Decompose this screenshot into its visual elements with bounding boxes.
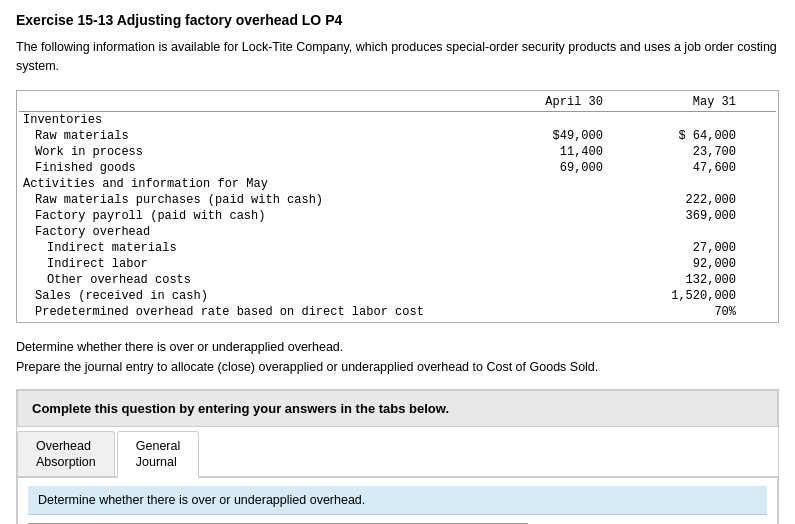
exercise-description: The following information is available f…	[16, 38, 779, 76]
row-april	[519, 288, 643, 304]
row-label: Other overhead costs	[19, 272, 519, 288]
table-row: Factory overhead	[19, 224, 776, 240]
row-may	[643, 176, 776, 192]
table-row: Sales (received in cash) 1,520,000	[19, 288, 776, 304]
row-may: 70%	[643, 304, 776, 320]
section-wrapper: Complete this question by entering your …	[16, 389, 779, 525]
april-header: April 30	[519, 93, 643, 112]
instructions: Determine whether there is over or under…	[16, 337, 779, 377]
may-header: May 31	[643, 93, 776, 112]
tab-label-line1: General	[136, 438, 180, 454]
row-label: Activities and information for May	[19, 176, 519, 192]
tab-overhead-absorption[interactable]: Overhead Absorption	[17, 431, 115, 477]
row-may	[643, 224, 776, 240]
table-row: Activities and information for May	[19, 176, 776, 192]
row-may	[643, 111, 776, 128]
row-april	[519, 224, 643, 240]
table-row: Raw materials $49,000 $ 64,000	[19, 128, 776, 144]
inventory-table: April 30 May 31 Inventories Raw material…	[19, 93, 776, 320]
row-label: Raw materials purchases (paid with cash)	[19, 192, 519, 208]
row-label: Factory overhead	[19, 224, 519, 240]
row-april: 69,000	[519, 160, 643, 176]
row-may: 222,000	[643, 192, 776, 208]
tabs-row: Overhead Absorption General Journal	[17, 427, 778, 479]
row-april	[519, 192, 643, 208]
table-row: Predetermined overhead rate based on dir…	[19, 304, 776, 320]
table-row: Factory payroll (paid with cash) 369,000	[19, 208, 776, 224]
data-table-border: April 30 May 31 Inventories Raw material…	[16, 90, 779, 323]
tab-label-line2: Absorption	[36, 454, 96, 470]
table-row: Other overhead costs 132,000	[19, 272, 776, 288]
row-label: Finished goods	[19, 160, 519, 176]
row-label: Predetermined overhead rate based on dir…	[19, 304, 519, 320]
table-row: Work in process 11,400 23,700	[19, 144, 776, 160]
row-label: Indirect labor	[19, 256, 519, 272]
col-label-header	[19, 93, 519, 112]
tab-label-line2: Journal	[136, 454, 180, 470]
complete-box-text: Complete this question by entering your …	[32, 401, 449, 416]
row-april	[519, 256, 643, 272]
data-table-wrapper: April 30 May 31 Inventories Raw material…	[16, 90, 779, 323]
row-label: Raw materials	[19, 128, 519, 144]
row-may: 92,000	[643, 256, 776, 272]
row-label: Sales (received in cash)	[19, 288, 519, 304]
row-april	[519, 304, 643, 320]
row-label: Work in process	[19, 144, 519, 160]
complete-box: Complete this question by entering your …	[17, 390, 778, 427]
row-may: 47,600	[643, 160, 776, 176]
tab-general-journal[interactable]: General Journal	[117, 431, 199, 479]
row-may: 1,520,000	[643, 288, 776, 304]
row-april	[519, 111, 643, 128]
row-label: Inventories	[19, 111, 519, 128]
row-april: $49,000	[519, 128, 643, 144]
table-row: Inventories	[19, 111, 776, 128]
row-may: $ 64,000	[643, 128, 776, 144]
row-may: 23,700	[643, 144, 776, 160]
page-container: Exercise 15-13 Adjusting factory overhea…	[0, 0, 795, 524]
instruction-line2: Prepare the journal entry to allocate (c…	[16, 357, 779, 377]
table-row: Indirect materials 27,000	[19, 240, 776, 256]
exercise-title: Exercise 15-13 Adjusting factory overhea…	[16, 12, 779, 28]
row-april	[519, 208, 643, 224]
row-label: Indirect materials	[19, 240, 519, 256]
row-april: 11,400	[519, 144, 643, 160]
tab-label-line1: Overhead	[36, 438, 96, 454]
row-may: 369,000	[643, 208, 776, 224]
instruction-line1: Determine whether there is over or under…	[16, 337, 779, 357]
row-april	[519, 272, 643, 288]
determine-label: Determine whether there is over or under…	[28, 486, 767, 515]
row-april	[519, 176, 643, 192]
row-may: 132,000	[643, 272, 776, 288]
row-may: 27,000	[643, 240, 776, 256]
tab-content: Determine whether there is over or under…	[17, 478, 778, 524]
table-row: Finished goods 69,000 47,600	[19, 160, 776, 176]
table-row: Raw materials purchases (paid with cash)…	[19, 192, 776, 208]
table-row: Indirect labor 92,000	[19, 256, 776, 272]
row-april	[519, 240, 643, 256]
row-label: Factory payroll (paid with cash)	[19, 208, 519, 224]
